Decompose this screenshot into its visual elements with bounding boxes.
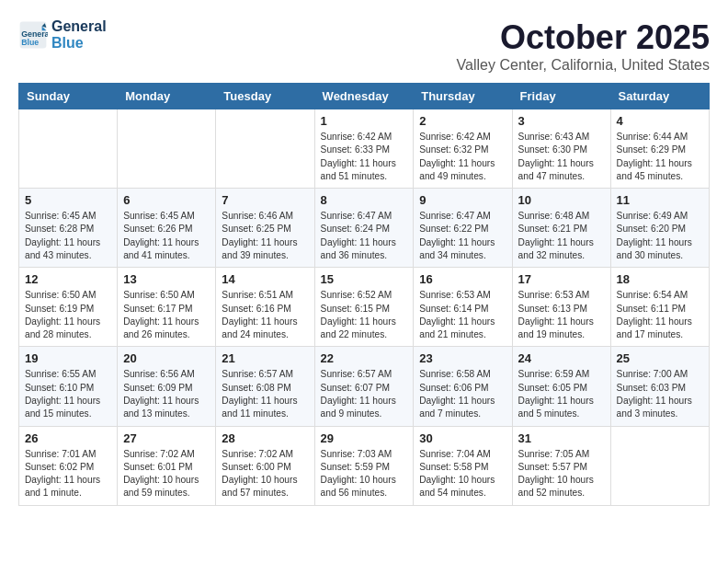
- calendar-cell: 5Sunrise: 6:45 AM Sunset: 6:28 PM Daylig…: [19, 189, 118, 268]
- calendar-cell: 23Sunrise: 6:58 AM Sunset: 6:06 PM Dayli…: [414, 347, 512, 426]
- day-info: Sunrise: 7:00 AM Sunset: 6:03 PM Dayligh…: [617, 368, 703, 420]
- day-number: 31: [518, 431, 605, 445]
- calendar-cell: 29Sunrise: 7:03 AM Sunset: 5:59 PM Dayli…: [314, 426, 414, 505]
- day-info: Sunrise: 7:02 AM Sunset: 6:01 PM Dayligh…: [123, 448, 210, 500]
- calendar-cell: 14Sunrise: 6:51 AM Sunset: 6:16 PM Dayli…: [216, 268, 314, 347]
- day-number: 2: [419, 114, 506, 128]
- day-info: Sunrise: 6:58 AM Sunset: 6:06 PM Dayligh…: [419, 368, 506, 420]
- day-number: 3: [518, 114, 605, 128]
- day-number: 21: [222, 351, 308, 365]
- calendar-cell: 13Sunrise: 6:50 AM Sunset: 6:17 PM Dayli…: [118, 268, 216, 347]
- day-info: Sunrise: 6:50 AM Sunset: 6:17 PM Dayligh…: [123, 289, 210, 341]
- title-block: October 2025 Valley Center, California, …: [457, 18, 710, 74]
- calendar-cell: 16Sunrise: 6:53 AM Sunset: 6:14 PM Dayli…: [414, 268, 512, 347]
- day-number: 13: [123, 272, 210, 286]
- logo-line1: General: [51, 18, 107, 35]
- calendar-cell: 11Sunrise: 6:49 AM Sunset: 6:20 PM Dayli…: [610, 189, 709, 268]
- calendar: SundayMondayTuesdayWednesdayThursdayFrid…: [18, 83, 710, 506]
- calendar-cell: 18Sunrise: 6:54 AM Sunset: 6:11 PM Dayli…: [610, 268, 709, 347]
- day-info: Sunrise: 6:57 AM Sunset: 6:07 PM Dayligh…: [321, 368, 408, 420]
- day-number: 29: [321, 431, 408, 445]
- weekday-header: Sunday: [19, 84, 118, 109]
- day-info: Sunrise: 6:48 AM Sunset: 6:21 PM Dayligh…: [518, 210, 605, 262]
- day-info: Sunrise: 7:01 AM Sunset: 6:02 PM Dayligh…: [25, 448, 111, 500]
- day-number: 5: [25, 193, 111, 207]
- logo: General Blue General Blue: [18, 18, 107, 51]
- svg-text:Blue: Blue: [21, 38, 39, 47]
- calendar-week-row: 26Sunrise: 7:01 AM Sunset: 6:02 PM Dayli…: [19, 426, 710, 505]
- weekday-header: Thursday: [414, 84, 512, 109]
- calendar-cell: 20Sunrise: 6:56 AM Sunset: 6:09 PM Dayli…: [118, 347, 216, 426]
- day-info: Sunrise: 6:45 AM Sunset: 6:28 PM Dayligh…: [25, 210, 111, 262]
- calendar-cell: [610, 426, 709, 505]
- day-info: Sunrise: 6:50 AM Sunset: 6:19 PM Dayligh…: [25, 289, 111, 341]
- location-title: Valley Center, California, United States: [457, 57, 710, 74]
- day-info: Sunrise: 6:57 AM Sunset: 6:08 PM Dayligh…: [222, 368, 308, 420]
- calendar-week-row: 1Sunrise: 6:42 AM Sunset: 6:33 PM Daylig…: [19, 109, 710, 189]
- day-number: 4: [617, 114, 703, 128]
- day-info: Sunrise: 6:55 AM Sunset: 6:10 PM Dayligh…: [25, 368, 111, 420]
- day-number: 14: [222, 272, 308, 286]
- calendar-cell: [118, 109, 216, 189]
- weekday-header: Friday: [512, 84, 610, 109]
- day-number: 28: [222, 431, 308, 445]
- day-info: Sunrise: 6:43 AM Sunset: 6:30 PM Dayligh…: [518, 131, 605, 183]
- day-number: 24: [518, 351, 605, 365]
- calendar-cell: 19Sunrise: 6:55 AM Sunset: 6:10 PM Dayli…: [19, 347, 118, 426]
- logo-line2: Blue: [51, 35, 107, 52]
- calendar-week-row: 19Sunrise: 6:55 AM Sunset: 6:10 PM Dayli…: [19, 347, 710, 426]
- day-info: Sunrise: 7:02 AM Sunset: 6:00 PM Dayligh…: [222, 448, 308, 500]
- calendar-cell: 8Sunrise: 6:47 AM Sunset: 6:24 PM Daylig…: [314, 189, 414, 268]
- weekday-header: Tuesday: [216, 84, 314, 109]
- day-number: 30: [419, 431, 506, 445]
- day-info: Sunrise: 6:44 AM Sunset: 6:29 PM Dayligh…: [617, 131, 703, 183]
- calendar-cell: 25Sunrise: 7:00 AM Sunset: 6:03 PM Dayli…: [610, 347, 709, 426]
- day-number: 11: [617, 193, 703, 207]
- calendar-cell: 12Sunrise: 6:50 AM Sunset: 6:19 PM Dayli…: [19, 268, 118, 347]
- calendar-week-row: 5Sunrise: 6:45 AM Sunset: 6:28 PM Daylig…: [19, 189, 710, 268]
- day-number: 16: [419, 272, 506, 286]
- day-number: 15: [321, 272, 408, 286]
- day-info: Sunrise: 6:47 AM Sunset: 6:22 PM Dayligh…: [419, 210, 506, 262]
- day-number: 7: [222, 193, 308, 207]
- weekday-header: Saturday: [610, 84, 709, 109]
- calendar-cell: 7Sunrise: 6:46 AM Sunset: 6:25 PM Daylig…: [216, 189, 314, 268]
- calendar-cell: [216, 109, 314, 189]
- calendar-cell: 9Sunrise: 6:47 AM Sunset: 6:22 PM Daylig…: [414, 189, 512, 268]
- day-number: 26: [25, 431, 111, 445]
- calendar-cell: 10Sunrise: 6:48 AM Sunset: 6:21 PM Dayli…: [512, 189, 610, 268]
- day-number: 27: [123, 431, 210, 445]
- day-info: Sunrise: 6:47 AM Sunset: 6:24 PM Dayligh…: [321, 210, 408, 262]
- calendar-cell: 2Sunrise: 6:42 AM Sunset: 6:32 PM Daylig…: [414, 109, 512, 189]
- weekday-header: Wednesday: [314, 84, 414, 109]
- day-info: Sunrise: 6:49 AM Sunset: 6:20 PM Dayligh…: [617, 210, 703, 262]
- day-info: Sunrise: 6:51 AM Sunset: 6:16 PM Dayligh…: [222, 289, 308, 341]
- day-info: Sunrise: 6:53 AM Sunset: 6:13 PM Dayligh…: [518, 289, 605, 341]
- day-number: 25: [617, 351, 703, 365]
- day-info: Sunrise: 6:46 AM Sunset: 6:25 PM Dayligh…: [222, 210, 308, 262]
- day-number: 10: [518, 193, 605, 207]
- calendar-cell: 6Sunrise: 6:45 AM Sunset: 6:26 PM Daylig…: [118, 189, 216, 268]
- calendar-cell: 27Sunrise: 7:02 AM Sunset: 6:01 PM Dayli…: [118, 426, 216, 505]
- day-info: Sunrise: 7:03 AM Sunset: 5:59 PM Dayligh…: [321, 448, 408, 500]
- day-info: Sunrise: 7:04 AM Sunset: 5:58 PM Dayligh…: [419, 448, 506, 500]
- day-number: 20: [123, 351, 210, 365]
- day-info: Sunrise: 6:45 AM Sunset: 6:26 PM Dayligh…: [123, 210, 210, 262]
- calendar-cell: 15Sunrise: 6:52 AM Sunset: 6:15 PM Dayli…: [314, 268, 414, 347]
- day-info: Sunrise: 6:54 AM Sunset: 6:11 PM Dayligh…: [617, 289, 703, 341]
- calendar-cell: 22Sunrise: 6:57 AM Sunset: 6:07 PM Dayli…: [314, 347, 414, 426]
- day-number: 8: [321, 193, 408, 207]
- logo-icon: General Blue: [18, 20, 48, 50]
- day-info: Sunrise: 7:05 AM Sunset: 5:57 PM Dayligh…: [518, 448, 605, 500]
- day-number: 22: [321, 351, 408, 365]
- day-number: 6: [123, 193, 210, 207]
- calendar-cell: 21Sunrise: 6:57 AM Sunset: 6:08 PM Dayli…: [216, 347, 314, 426]
- calendar-cell: 24Sunrise: 6:59 AM Sunset: 6:05 PM Dayli…: [512, 347, 610, 426]
- day-number: 1: [321, 114, 408, 128]
- weekday-header: Monday: [118, 84, 216, 109]
- page-header: General Blue General Blue October 2025 V…: [18, 18, 710, 74]
- day-info: Sunrise: 6:59 AM Sunset: 6:05 PM Dayligh…: [518, 368, 605, 420]
- day-info: Sunrise: 6:53 AM Sunset: 6:14 PM Dayligh…: [419, 289, 506, 341]
- month-title: October 2025: [457, 18, 710, 57]
- day-number: 17: [518, 272, 605, 286]
